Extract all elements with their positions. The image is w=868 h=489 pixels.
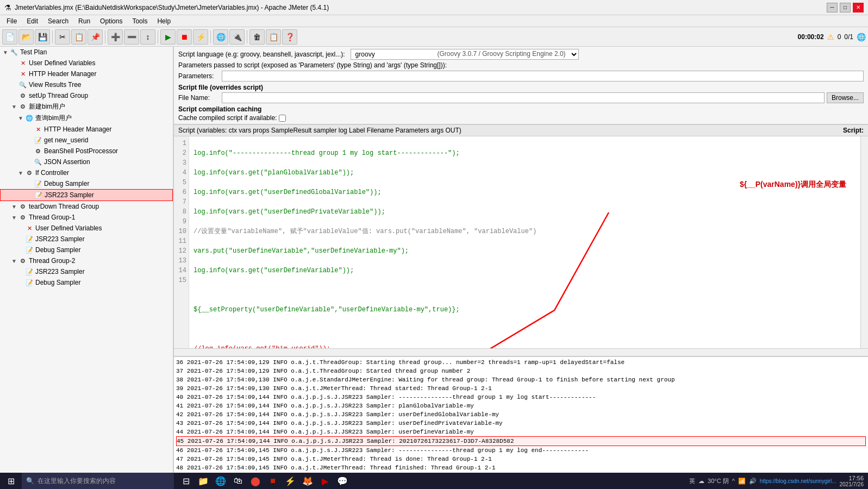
tree-item-test-plan[interactable]: ▼ 🔧 Test Plan <box>0 47 173 58</box>
code-line-4: log.info(vars.get("userDefinedPrivateVar… <box>193 207 856 217</box>
copy-button[interactable]: 📋 <box>71 29 86 45</box>
tree-item-if-controller[interactable]: ▼ ⚙ If Controller <box>0 167 173 178</box>
tree-label-user-vars2: User Defined Variables <box>35 224 102 232</box>
taskbar-icon-vscode[interactable]: ⚡ <box>283 473 298 488</box>
expand-thread2[interactable]: ▼ <box>11 258 17 264</box>
taskbar-icon-store[interactable]: 🛍 <box>230 473 246 488</box>
line-numbers: 12345 678910 1112131415 <box>174 136 189 348</box>
tree-label-http-header2: HTTP Header Manager <box>44 126 112 133</box>
script-file-label: Script file (overrides script) <box>178 84 864 91</box>
toggle-button[interactable]: ↕ <box>140 29 155 45</box>
tree-item-http-header[interactable]: ✕ HTTP Header Manager <box>0 68 173 79</box>
tree-item-new-bim[interactable]: ▼ ⚙ 新建bim用户 <box>0 101 173 112</box>
tree-item-debug1[interactable]: 📝 Debug Sampler <box>0 178 173 189</box>
remote-run-button[interactable]: 🌐 <box>213 29 228 45</box>
menu-bar: File Edit Search Run Options Tools Help <box>0 15 868 27</box>
expand-icon[interactable]: ▼ <box>2 49 9 55</box>
right-panel: Script language (e.g: groovy, beanshell,… <box>174 47 868 473</box>
menu-options[interactable]: Options <box>96 16 127 26</box>
code-line-1: log.info("---------------thread group 1 … <box>193 148 856 158</box>
menu-search[interactable]: Search <box>43 16 73 26</box>
filename-input[interactable] <box>222 92 825 103</box>
tree-label-new-bim: 新建bim用户 <box>29 102 65 111</box>
expand-button[interactable]: ➕ <box>108 29 123 45</box>
language-select[interactable]: groovy <box>351 49 579 60</box>
spacer <box>11 82 17 88</box>
tree-item-thread-group1[interactable]: ▼ ⚙ Thread Group-1 <box>0 212 173 223</box>
open-button[interactable]: 📂 <box>18 29 34 45</box>
tree-item-thread-group2[interactable]: ▼ ⚙ Thread Group-2 <box>0 255 173 266</box>
shutdown-button[interactable]: ⚡ <box>193 29 208 45</box>
horizontal-scrollbar[interactable] <box>174 348 868 356</box>
taskbar-search[interactable]: 🔍 在这里输入你要搜索的内容 <box>22 473 174 489</box>
tree-item-jsr223-2[interactable]: 📝 JSR223 Sampler <box>0 234 173 244</box>
code-line-5: //设置变量"variableName", 赋予"variableValue"值… <box>193 227 856 236</box>
tree-item-http-header2[interactable]: ✕ HTTP Header Manager <box>0 124 173 135</box>
cache-check-label: Cache compiled script if available: <box>178 114 277 122</box>
tree-item-beanshell[interactable]: ⚙ BeanShell PostProcessor <box>0 146 173 156</box>
taskbar-icon-edge[interactable]: 🌐 <box>213 473 228 488</box>
collapse-button[interactable]: ➖ <box>124 29 139 45</box>
taskbar-lang: 英 <box>689 477 695 485</box>
taskbar-icon-app2[interactable]: ▶ <box>317 473 333 488</box>
windows-start-button[interactable]: ⊞ <box>0 473 22 489</box>
help-button[interactable]: ❓ <box>282 29 297 45</box>
maximize-button[interactable]: □ <box>840 3 851 12</box>
taskbar-icon-wechat[interactable]: 💬 <box>335 473 350 488</box>
list-button[interactable]: 📋 <box>266 29 281 45</box>
code-content[interactable]: log.info("---------------thread group 1 … <box>189 136 860 348</box>
menu-run[interactable]: Run <box>74 16 95 26</box>
expand-teardown[interactable]: ▼ <box>11 203 17 210</box>
menu-tools[interactable]: Tools <box>128 16 152 26</box>
expand-new-bim[interactable]: ▼ <box>11 104 17 110</box>
tree-item-user-vars[interactable]: ✕ User Defined Variables <box>0 58 173 68</box>
taskbar-icon-firefox[interactable]: 🦊 <box>300 473 315 488</box>
spacer <box>11 60 17 66</box>
minimize-button[interactable]: ─ <box>827 3 838 12</box>
tree-item-jsr223-3[interactable]: 📝 JSR223 Sampler <box>0 266 173 277</box>
paste-button[interactable]: 📌 <box>88 29 103 45</box>
menu-edit[interactable]: Edit <box>22 16 42 26</box>
stop-button[interactable]: ⏹ <box>177 29 192 45</box>
cache-checkbox[interactable] <box>279 115 286 122</box>
close-button[interactable]: ✕ <box>853 3 864 12</box>
save-button[interactable]: 💾 <box>35 29 50 45</box>
menu-help[interactable]: Help <box>153 16 175 26</box>
new-button[interactable]: 📄 <box>2 29 17 45</box>
tree-item-query-bim[interactable]: ▼ 🌐 查询bim用户 <box>0 112 173 124</box>
taskbar-icon-task-view[interactable]: ⊟ <box>178 473 193 488</box>
expand-thread1[interactable]: ▼ <box>11 214 17 221</box>
vertical-scrollbar[interactable] <box>860 136 868 348</box>
taskbar-icon-app1[interactable]: ■ <box>265 473 280 488</box>
tree-item-setup-thread[interactable]: ⚙ setUp Thread Group <box>0 90 173 101</box>
remote-stop-button[interactable]: 🔌 <box>229 29 245 45</box>
parameters-input[interactable] <box>222 71 864 82</box>
spacer <box>11 71 17 77</box>
expand-query-bim[interactable]: ▼ <box>17 115 24 122</box>
language-row: Script language (e.g: groovy, beanshell,… <box>178 49 864 60</box>
beanshell-icon: ⚙ <box>34 147 42 155</box>
tree-item-json-assert[interactable]: 🔍 JSON Assertion <box>0 156 173 167</box>
code-line-7: log.info(vars.get("userDefineVariable"))… <box>193 266 856 275</box>
tree-item-get-userid[interactable]: 📝 get new_userid <box>0 135 173 146</box>
taskbar-icon-chrome[interactable]: ⬤ <box>248 473 263 488</box>
taskbar-icon-file-explorer[interactable]: 📁 <box>196 473 211 488</box>
log-line-37: 37 2021-07-26 17:54:09,129 INFO o.a.j.t.… <box>176 367 866 375</box>
taskbar-network-icon: 📶 <box>738 478 746 485</box>
taskbar-search-text: 在这里输入你要搜索的内容 <box>38 477 116 486</box>
tree-item-jsr223-1[interactable]: 📝 JSR223 Sampler <box>0 189 173 201</box>
run-button[interactable]: ▶ <box>160 29 176 45</box>
tree-item-view-results[interactable]: 🔍 View Results Tree <box>0 79 173 90</box>
code-editor-body: 12345 678910 1112131415 log.info("------… <box>174 136 868 348</box>
log-line-46: 46 2021-07-26 17:54:09,145 INFO o.a.j.p.… <box>176 446 866 455</box>
tree-item-debug3[interactable]: 📝 Debug Sampler <box>0 277 173 288</box>
menu-file[interactable]: File <box>2 16 21 26</box>
browse-button[interactable]: Browse... <box>827 92 864 103</box>
cut-button[interactable]: ✂ <box>55 29 70 45</box>
tree-item-debug2[interactable]: 📝 Debug Sampler <box>0 244 173 255</box>
tree-item-teardown[interactable]: ▼ ⚙ tearDown Thread Group <box>0 201 173 212</box>
tree-item-user-vars2[interactable]: ✕ User Defined Variables <box>0 223 173 234</box>
clear-button[interactable]: 🗑 <box>249 29 265 45</box>
log-content[interactable]: 36 2021-07-26 17:54:09,129 INFO o.a.j.t.… <box>174 357 868 473</box>
expand-if-ctrl[interactable]: ▼ <box>17 170 24 176</box>
